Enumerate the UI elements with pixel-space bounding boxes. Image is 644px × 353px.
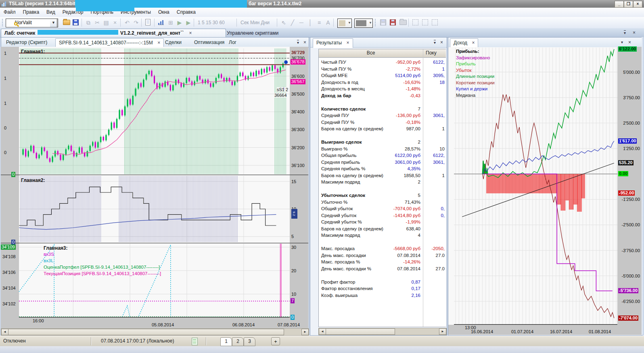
results-menu-icon[interactable]: ▾ [434,40,436,45]
fill-color-picker[interactable]: ▼ [354,19,373,28]
copy-icon[interactable]: ⧉ [84,18,93,27]
undo-icon[interactable]: ↶ [123,18,132,27]
results-tab-close-icon[interactable]: × [347,40,349,46]
legend-item: вх3L [44,258,54,263]
tab-close-icon[interactable]: × [189,30,192,36]
restore-button[interactable]: ❐ [624,1,633,8]
income-close-icon[interactable]: × [628,40,631,45]
menu-окна[interactable]: Окна [155,8,173,15]
price-chart-svg [19,48,290,174]
cut-icon[interactable]: ✂ [93,18,102,27]
select-rect-icon[interactable] [412,19,418,25]
trendline-tool-icon[interactable]: ╱ [288,18,297,27]
page-tab-1[interactable]: 1 [220,337,232,346]
chart-close-icon[interactable]: × [303,40,306,45]
tab-editor-script[interactable]: Редактор (Скрипт) [3,38,50,47]
select-all-icon[interactable] [432,19,438,25]
axis-tick-label: 1 [4,51,6,56]
scroll-right-arrow[interactable]: ► [439,328,446,335]
income-menu-icon[interactable]: ▾ [621,40,623,44]
tab-income[interactable]: Доход × [450,38,478,48]
status-clock: 07.08.2014 17:00:17 (Локальное) [101,338,174,344]
axis-tick-label: 36'200 [291,145,305,150]
legend-item: Прибыль [456,61,476,66]
tab-script-manager[interactable]: Управление скриптами [223,29,282,37]
menu-вид[interactable]: Вид [43,8,59,15]
connection-led-icon [192,338,198,345]
scroll-thumb[interactable] [8,329,284,335]
menu-правка[interactable]: Правка [19,8,43,15]
toolbar-grip[interactable] [375,19,377,26]
page-tab-2[interactable]: 2 [232,337,244,346]
equity-badge: 535.20 [618,160,634,165]
price-badge: 36'678 [291,59,305,65]
open-icon[interactable] [63,20,70,25]
column-header-all[interactable]: Все [319,49,423,58]
income-tab-close-icon[interactable]: × [472,40,475,46]
minimize-button[interactable]: _ [615,1,624,8]
chart-hscrollbar[interactable]: ◄► [1,328,309,336]
subchart-divider [1,175,308,175]
chart-menu-icon[interactable]: ▾ [297,40,299,45]
line-color-picker[interactable]: ▼ [337,19,352,28]
equity-badge: -952.00 [618,190,635,196]
tab-results[interactable]: Результаты × [313,38,353,48]
toolbar-grip[interactable] [2,19,4,26]
legend-item: ТекущаяПозиция [SPFB.SI-9.14_140613_1408… [44,271,161,276]
equity-badge: 1'617.00 [618,138,637,144]
select-add-icon[interactable] [422,19,428,25]
toolbar-separator [277,19,277,27]
fibo-tool-icon[interactable]: ≡ [315,18,324,27]
chart-icon[interactable] [158,19,164,25]
run-step-icon[interactable]: ▶ [184,18,193,27]
redo-icon[interactable]: ↷ [132,18,140,27]
close-button[interactable]: × [633,1,642,8]
hline-tool-icon[interactable]: ─ [297,18,306,27]
branch-icon[interactable]: ⊞ [166,18,175,27]
menu-справка[interactable]: Справка [173,8,199,15]
column-header-buy[interactable]: Поку [423,49,446,58]
text-tool-icon[interactable]: A [324,18,332,27]
delete-icon[interactable]: × [111,18,119,27]
scroll-left-arrow[interactable]: ◄ [319,328,326,335]
stat-value-buy: 1 [399,66,445,72]
axis-tick-label: 0 [4,150,6,155]
timeframe-unit-buttons[interactable]: Сек Мин Дни [240,20,270,25]
axis-tick-label: 34'104 [2,286,16,290]
save-icon[interactable] [73,19,79,25]
stat-value-buy: 3095, [399,72,445,79]
menu-файл[interactable]: Файл [0,8,19,15]
dock-edge [642,37,644,335]
tab-chart-close-icon[interactable]: × [157,40,160,46]
script-icon[interactable] [145,19,151,25]
axis-tick-label: -5'000.00 [620,274,640,278]
tab-optimization[interactable]: Оптимизация [191,38,228,47]
stat-value-all: -1,99% [358,219,420,225]
doctabs-pin-icon[interactable]: ▾ [624,30,626,35]
results-hscrollbar[interactable]: ◄► [318,328,447,335]
account-combo-dropdown[interactable]: ▼ [50,19,57,27]
run-icon[interactable]: ▶ [175,18,184,27]
save-layout-icon[interactable] [380,19,386,25]
stat-value-buy: 1 [399,125,445,132]
scroll-right-arrow[interactable]: ► [301,329,309,335]
open-layout-icon[interactable] [399,20,407,25]
timeframe-buttons[interactable]: 1 5 15 30 60 [198,20,225,25]
paste-icon[interactable]: ▤ [102,18,111,27]
tab-log[interactable]: Лог [226,38,240,47]
scroll-thumb[interactable] [326,328,395,335]
scroll-left-arrow[interactable]: ◄ [1,329,8,335]
toolbar-separator [408,19,409,27]
add-page-button[interactable]: + [271,337,280,345]
tab-deals[interactable]: Сделки [162,38,185,47]
dropdown-icon: ▼ [348,21,351,25]
results-close-icon[interactable]: × [440,40,443,45]
status-separator [91,337,92,345]
doctabs-close-icon[interactable]: × [633,30,636,36]
tab-lab-script[interactable]: Лаб: счетчик V1.2.2_reinvest_для_конт`` … [1,29,226,38]
page-tab-3[interactable]: 3 [244,337,255,346]
time-axis-label: 16.06.2014 [471,329,493,334]
cursor-tool-icon[interactable]: ⇖ [279,18,288,27]
vline-tool-icon[interactable]: │ [306,18,315,27]
save-red-icon[interactable] [390,19,396,25]
